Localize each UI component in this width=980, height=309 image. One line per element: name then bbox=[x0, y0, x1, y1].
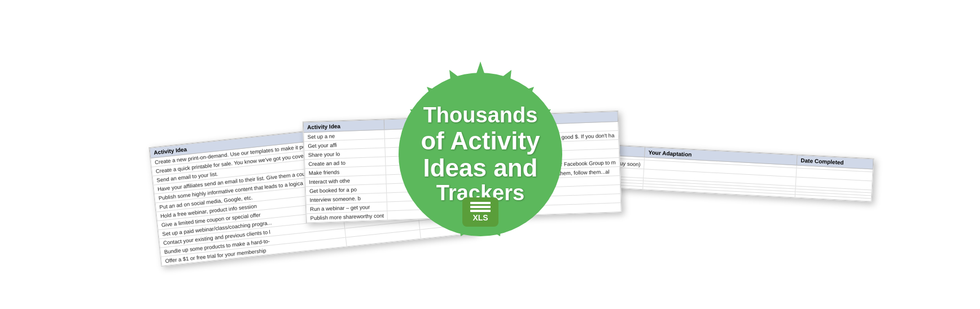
xls-lines bbox=[470, 202, 491, 212]
badge-line3: Ideas and bbox=[421, 154, 540, 182]
xls-icon: XLS bbox=[462, 197, 498, 227]
starburst: Thousands of Activity Ideas and Trackers… bbox=[384, 59, 576, 250]
badge: Thousands of Activity Ideas and Trackers… bbox=[384, 59, 576, 250]
badge-line2: of Activity bbox=[421, 127, 540, 154]
xls-line-2 bbox=[470, 206, 491, 208]
main-scene: Activity Idea Your Adaptation Date Compl… bbox=[95, 8, 885, 301]
badge-line1: Thousands bbox=[421, 104, 540, 127]
xls-line-1 bbox=[470, 202, 491, 204]
xls-label: XLS bbox=[473, 213, 488, 222]
xls-line-3 bbox=[470, 210, 491, 212]
